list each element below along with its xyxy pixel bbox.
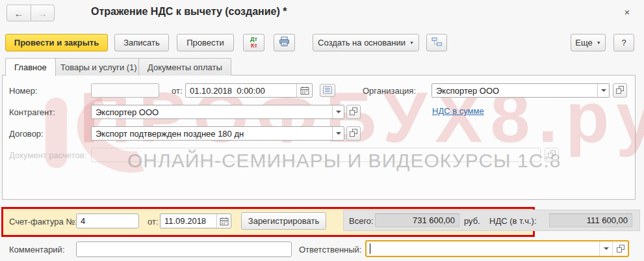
- forward-button[interactable]: →: [31, 5, 55, 21]
- save-label: Записать: [123, 38, 160, 48]
- counterparty-field[interactable]: Экспортер ООО: [91, 105, 344, 119]
- contract-label: Договор:: [9, 129, 44, 139]
- page-title: Отражение НДС к вычету (создание) *: [91, 6, 287, 18]
- register-invoice-button[interactable]: Зарегистрировать: [241, 212, 326, 230]
- number-label: Номер:: [9, 86, 38, 96]
- settlement-doc-label: Документ расчетов:: [9, 150, 86, 160]
- invoice-date-field[interactable]: 11.09.2018: [160, 213, 231, 228]
- dt-kt-icon: Дт Кт: [250, 36, 257, 49]
- settlement-doc-field[interactable]: [91, 148, 541, 162]
- responsible-field[interactable]: [365, 240, 629, 257]
- more-label: Еще: [575, 38, 592, 48]
- post-and-close-label: Провести и закрыть: [14, 38, 99, 48]
- create-based-on-label: Создать на основании: [318, 38, 406, 48]
- vat-included-label: НДС (в т.ч.):: [489, 216, 537, 226]
- chevron-down-icon: ▼: [597, 40, 601, 45]
- responsible-label: Ответственный:: [299, 245, 361, 254]
- tab-payment-documents-label: Документы оплаты: [148, 62, 222, 72]
- counterparty-label: Контрагент:: [9, 107, 55, 117]
- nav-history-group: ← →: [6, 5, 55, 21]
- related-documents-button[interactable]: [426, 34, 447, 51]
- save-button[interactable]: Записать: [114, 34, 169, 51]
- open-icon: [617, 245, 625, 253]
- dt-kt-button[interactable]: Дт Кт: [243, 34, 264, 51]
- invoice-number-input[interactable]: [76, 213, 139, 228]
- create-based-on-button[interactable]: Создать на основании ▼: [313, 34, 419, 51]
- date-prefix-label: от:: [172, 86, 183, 96]
- open-icon: [350, 128, 357, 139]
- printer-icon: [279, 36, 290, 49]
- tab-goods-services-label: Товары и услуги (1): [60, 62, 137, 72]
- dropdown-arrow-icon[interactable]: [332, 127, 344, 140]
- open-icon: [548, 149, 556, 161]
- organization-field[interactable]: Экспортер ООО: [431, 83, 610, 98]
- document-date-field[interactable]: 01.10.2018 0:00:00: [185, 83, 313, 98]
- print-button[interactable]: [274, 34, 295, 51]
- contract-field[interactable]: Экспорт подтвержден позднее 180 дн: [91, 126, 344, 141]
- dropdown-arrow-icon[interactable]: [599, 241, 612, 256]
- more-button[interactable]: Еще ▼: [571, 34, 606, 51]
- chevron-down-icon: ▼: [409, 40, 414, 45]
- forward-arrow-icon: →: [38, 8, 47, 19]
- open-icon: [350, 106, 357, 118]
- list-icon: [323, 85, 332, 96]
- invoice-date-prefix-label: от:: [148, 217, 159, 227]
- calendar-icon[interactable]: [296, 84, 312, 97]
- vat-value-field: 111 600,00: [549, 213, 632, 227]
- tab-main[interactable]: Главное: [5, 58, 56, 76]
- number-field[interactable]: [91, 83, 159, 98]
- organization-open-button[interactable]: [613, 83, 627, 98]
- currency-label: руб.: [464, 216, 480, 226]
- vat-in-amount-link[interactable]: НДС в сумме: [432, 106, 484, 116]
- vat-value: 111 600,00: [587, 215, 628, 225]
- register-invoice-label: Зарегистрировать: [248, 216, 319, 226]
- dropdown-arrow-icon[interactable]: [597, 84, 609, 97]
- contract-open-button[interactable]: [346, 126, 361, 141]
- help-button[interactable]: ?: [613, 34, 634, 51]
- help-label: ?: [621, 38, 626, 48]
- post-button[interactable]: Провести: [177, 34, 234, 51]
- kt-label: Кт: [251, 43, 257, 49]
- open-icon: [616, 85, 624, 96]
- dropdown-arrow-icon[interactable]: [332, 105, 344, 118]
- back-arrow-icon: ←: [14, 8, 24, 19]
- dt-label: Дт: [250, 36, 257, 42]
- settlement-doc-open-button[interactable]: [545, 148, 559, 162]
- close-icon: ×: [625, 7, 630, 18]
- invoice-date-value: 11.09.2018: [161, 216, 216, 226]
- calendar-icon[interactable]: [216, 214, 231, 228]
- text-cursor: [370, 243, 370, 254]
- document-journal-button[interactable]: [320, 84, 335, 97]
- tab-goods-services[interactable]: Товары и услуги (1): [51, 58, 146, 76]
- comment-input[interactable]: [76, 241, 292, 257]
- structure-icon: [431, 37, 442, 48]
- contract-value: Экспорт подтвержден позднее 180 дн: [92, 129, 332, 139]
- comment-label: Комментарий:: [9, 245, 65, 254]
- total-value: 731 600,00: [413, 215, 455, 225]
- organization-label: Организация:: [363, 86, 416, 96]
- total-label: Всего:: [349, 216, 374, 226]
- counterparty-value: Экспортер ООО: [92, 107, 332, 117]
- post-label: Провести: [187, 38, 224, 48]
- responsible-open-button[interactable]: [612, 241, 628, 256]
- counterparty-open-button[interactable]: [346, 105, 361, 119]
- tab-payment-documents[interactable]: Документы оплаты: [138, 58, 231, 76]
- tab-main-label: Главное: [14, 62, 47, 72]
- organization-value: Экспортер ООО: [432, 86, 597, 96]
- total-value-field: 731 600,00: [375, 213, 459, 227]
- document-date-value: 01.10.2018 0:00:00: [186, 86, 296, 96]
- post-and-close-button[interactable]: Провести и закрыть: [5, 34, 108, 51]
- invoice-number-label: Счет-фактура №:: [9, 217, 77, 227]
- close-button[interactable]: ×: [619, 3, 636, 20]
- back-button[interactable]: ←: [6, 5, 31, 21]
